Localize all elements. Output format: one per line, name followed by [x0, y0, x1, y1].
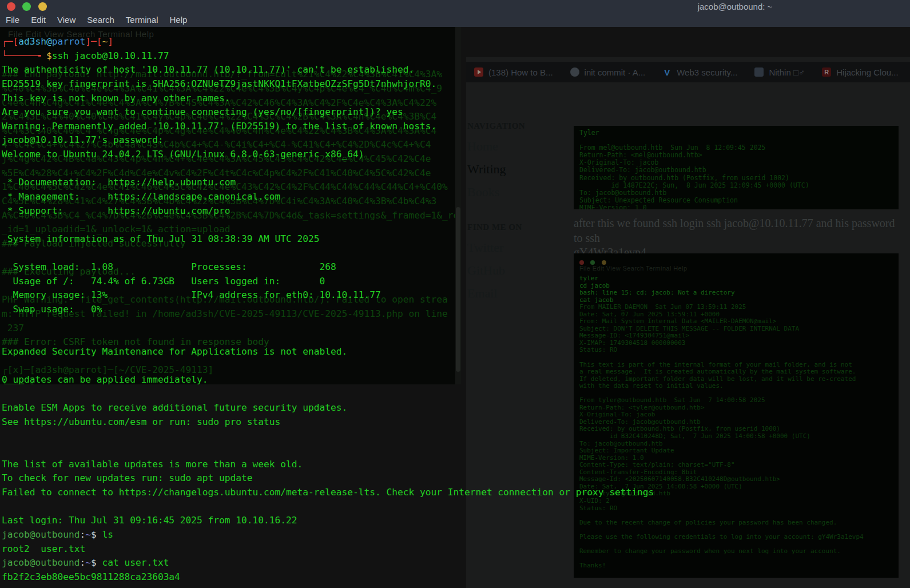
terminal-text-segment: * Documentation: https://help.ubuntu.com	[2, 177, 236, 188]
terminal-line: Expanded Security Maintenance for Applic…	[2, 345, 910, 359]
terminal-line: The authenticity of host '10.10.11.77 (1…	[2, 63, 910, 77]
terminal-line	[2, 430, 910, 444]
terminal-text-segment: ssh jacob@10.10.11.77	[52, 50, 169, 61]
terminal-line: System load: 1.08 Processes: 268	[2, 260, 910, 275]
top-menubar: FileEditViewSearchTerminalHelp jacob@out…	[0, 0, 910, 27]
terminal-line: To check for new updates run: sudo apt u…	[2, 471, 910, 486]
terminal-text-segment: └─────╼	[2, 50, 46, 61]
menubar-item-help[interactable]: Help	[170, 15, 188, 25]
terminal-line: └─────╼ $ssh jacob@10.10.11.77	[2, 49, 910, 63]
menubar-item-search[interactable]: Search	[87, 15, 114, 25]
terminal-text-segment: jacob@outbound	[2, 557, 80, 568]
terminal-line: 0 updates can be applied immediately.	[2, 373, 910, 387]
terminal-line: Warning: Permanently added '10.10.11.77'…	[2, 120, 910, 134]
terminal-line	[2, 218, 910, 232]
terminal-text-segment: See https://ubuntu.com/esm or run: sudo …	[2, 416, 280, 427]
terminal-line: Are you sure you want to continue connec…	[2, 105, 910, 120]
window-title: jacob@outbound: ~	[646, 2, 824, 11]
terminal-text-segment: Memory usage: 13% IPv4 address for eth0:…	[2, 289, 381, 300]
menubar-item-file[interactable]: File	[6, 15, 19, 25]
terminal-line: Enable ESM Apps to receive additional fu…	[2, 401, 910, 415]
terminal-text-segment: Last login: Thu Jul 31 09:16:45 2025 fro…	[2, 515, 297, 526]
terminal-text-segment: ]─[	[85, 36, 102, 47]
terminal-text-segment: ~	[85, 557, 91, 568]
terminal-text-segment: $	[46, 50, 52, 61]
foreground-terminal[interactable]: ┌─[ad3sh@parrot]─[~]└─────╼ $ssh jacob@1…	[0, 27, 910, 588]
terminal-text-segment: Are you sure you want to continue connec…	[2, 106, 403, 117]
terminal-line: jacob@outbound:~$ cat user.txt	[2, 556, 910, 570]
terminal-line: jacob@outbound:~$ ls	[2, 528, 910, 542]
terminal-text-segment: Usage of /: 74.4% of 6.73GB Users logged…	[2, 276, 325, 287]
terminal-text-segment: Expanded Security Maintenance for Applic…	[2, 346, 347, 357]
terminal-text-segment: Welcome to Ubuntu 24.04.2 LTS (GNU/Linux…	[2, 149, 364, 160]
terminal-line: Memory usage: 13% IPv4 address for eth0:…	[2, 288, 910, 303]
terminal-text-segment: ┌─[	[2, 36, 18, 47]
terminal-line: Welcome to Ubuntu 24.04.2 LTS (GNU/Linux…	[2, 148, 910, 162]
terminal-text-segment: Enable ESM Apps to receive additional fu…	[2, 402, 347, 413]
terminal-line: Swap usage: 0%	[2, 303, 910, 317]
terminal-text-segment	[97, 529, 102, 540]
terminal-text-segment: 0 updates can be applied immediately.	[2, 374, 208, 385]
terminal-line: jacob@10.10.11.77's password:	[2, 133, 910, 148]
window-minimize-button[interactable]	[38, 2, 47, 11]
window-controls	[7, 2, 51, 13]
terminal-line	[2, 443, 910, 458]
terminal-text-segment: fb2f2c3eb80ee5bc9811288ca23603a4	[2, 571, 180, 582]
terminal-line: The list of available updates is more th…	[2, 458, 910, 472]
terminal-text-segment: The list of available updates is more th…	[2, 459, 303, 470]
terminal-line: root2 user.txt	[2, 542, 910, 557]
terminal-text-segment: ~	[102, 36, 108, 47]
terminal-text-segment: ad3sh@	[18, 36, 51, 47]
terminal-text-segment: cat user.txt	[102, 557, 169, 568]
menubar-item-view[interactable]: View	[57, 15, 75, 25]
terminal-text-segment: System information as of Thu Jul 31 08:3…	[2, 233, 320, 244]
terminal-text-segment: parrot	[52, 36, 85, 47]
window-maximize-button[interactable]	[22, 2, 31, 11]
terminal-line: * Documentation: https://help.ubuntu.com	[2, 176, 910, 190]
window-close-button[interactable]	[7, 2, 15, 11]
terminal-text-segment: :	[80, 529, 85, 540]
terminal-line: See https://ubuntu.com/esm or run: sudo …	[2, 415, 910, 430]
terminal-text-segment: * Support: https://ubuntu.com/pro	[2, 205, 231, 216]
terminal-line: Failed to connect to https://changelogs.…	[2, 486, 910, 500]
terminal-line: fb2f2c3eb80ee5bc9811288ca23603a4	[2, 570, 910, 585]
terminal-text-segment: jacob@10.10.11.77's password:	[2, 134, 169, 145]
terminal-line	[2, 500, 910, 514]
terminal-text-segment: * Management: https://landscape.canonica…	[2, 191, 280, 202]
terminal-line	[2, 359, 910, 373]
terminal-output: ┌─[ad3sh@parrot]─[~]└─────╼ $ssh jacob@1…	[2, 35, 910, 584]
menubar-menu: FileEditViewSearchTerminalHelp	[6, 15, 187, 25]
terminal-line: * Management: https://landscape.canonica…	[2, 190, 910, 204]
terminal-line	[2, 317, 910, 331]
terminal-text-segment: ~	[85, 529, 91, 540]
terminal-line	[2, 162, 910, 176]
terminal-text-segment: root2 user.txt	[2, 543, 85, 554]
terminal-text-segment: $	[91, 557, 97, 568]
terminal-line: Usage of /: 74.4% of 6.73GB Users logged…	[2, 275, 910, 289]
terminal-text-segment: ED25519 key fingerprint is SHA256:OZNUeT…	[2, 78, 436, 89]
terminal-text-segment: This key is not known by any other names…	[2, 93, 231, 104]
terminal-line	[2, 331, 910, 345]
terminal-line: ED25519 key fingerprint is SHA256:OZNUeT…	[2, 77, 910, 92]
terminal-text-segment: ls	[102, 529, 113, 540]
terminal-line: * Support: https://ubuntu.com/pro	[2, 204, 910, 218]
terminal-text-segment: Swap usage: 0%	[2, 304, 102, 315]
terminal-text-segment: The authenticity of host '10.10.11.77 (1…	[2, 64, 414, 75]
terminal-text-segment: jacob@outbound	[2, 529, 80, 540]
terminal-text-segment: $	[91, 529, 97, 540]
terminal-line	[2, 246, 910, 260]
terminal-text-segment: System load: 1.08 Processes: 268	[2, 261, 336, 272]
menubar-item-terminal[interactable]: Terminal	[126, 15, 158, 25]
terminal-text-segment	[97, 557, 102, 568]
terminal-line	[2, 387, 910, 402]
terminal-text-segment: :	[80, 557, 85, 568]
terminal-text-segment: ]	[108, 36, 113, 47]
terminal-line: Last login: Thu Jul 31 09:16:45 2025 fro…	[2, 514, 910, 528]
terminal-line: This key is not known by any other names…	[2, 92, 910, 106]
terminal-text-segment: Failed to connect to https://changelogs.…	[2, 487, 654, 498]
menubar-item-edit[interactable]: Edit	[31, 15, 46, 25]
terminal-line: ┌─[ad3sh@parrot]─[~]	[2, 35, 910, 49]
terminal-line: System information as of Thu Jul 31 08:3…	[2, 232, 910, 247]
terminal-text-segment: To check for new updates run: sudo apt u…	[2, 472, 253, 483]
terminal-text-segment: Warning: Permanently added '10.10.11.77'…	[2, 121, 436, 132]
